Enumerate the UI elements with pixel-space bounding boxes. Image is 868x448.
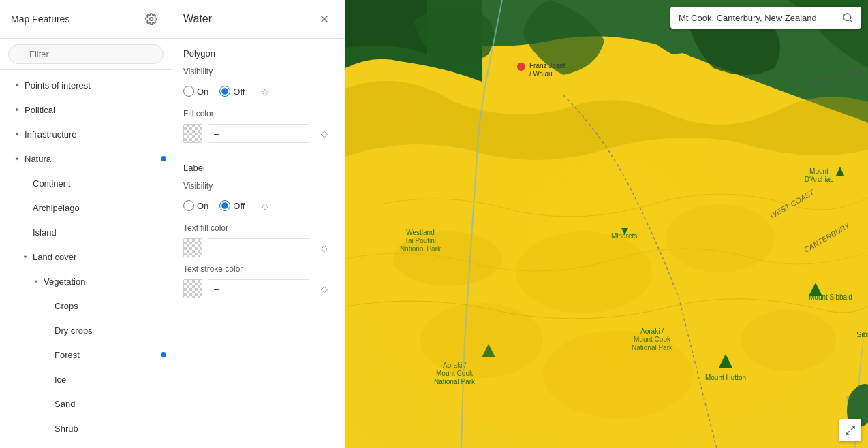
tree-item-forest[interactable]: Forest (0, 342, 172, 367)
expand-icon-points-of-interest (11, 79, 23, 91)
polygon-fill-value[interactable]: – (208, 124, 309, 143)
expand-icon-archipelago (19, 202, 31, 214)
polygon-visibility-label: Visibility (183, 67, 334, 76)
expand-icon-continent (19, 177, 31, 189)
label-visibility-group: On Off ◇ (183, 196, 334, 215)
svg-marker-8 (16, 108, 19, 112)
tree-label-continent: Continent (33, 178, 166, 189)
tree-label-land-cover: Land cover (33, 252, 166, 262)
polygon-fill-color-label: Fill color (183, 109, 334, 118)
svg-point-48 (393, 231, 502, 286)
tree-item-tundra[interactable]: Tundra (0, 441, 172, 448)
svg-point-47 (543, 330, 693, 419)
svg-point-43 (516, 231, 652, 313)
label-title: Label (183, 163, 334, 173)
polygon-vis-diamond[interactable]: ◇ (255, 82, 275, 101)
expand-icon-natural (11, 153, 23, 165)
filter-bar (0, 39, 172, 70)
expand-icon-shrub (41, 422, 53, 434)
tree-label-natural: Natural (25, 154, 158, 164)
tree-item-shrub[interactable]: Shrub (0, 416, 172, 441)
svg-text:Mount Hutton: Mount Hutton (705, 374, 746, 381)
tree-item-political[interactable]: Political (0, 97, 172, 122)
text-fill-color-label: Text fill color (183, 223, 334, 233)
map-search-bar[interactable]: Mt Cook, Canterbury, New Zealand (670, 7, 861, 29)
tree-label-points-of-interest: Points of interest (25, 80, 166, 91)
label-visibility-off[interactable]: Off (219, 200, 245, 211)
text-stroke-diamond[interactable]: ◇ (315, 279, 334, 298)
tree-item-infrastructure[interactable]: Infrastructure (0, 122, 172, 146)
text-fill-swatch[interactable] (183, 238, 202, 257)
tree-item-natural[interactable]: Natural (0, 146, 172, 171)
map-svg: WEST COAST CANTERBURY WEST COAST CANTERB… (345, 0, 868, 448)
search-icon (842, 12, 853, 23)
tree-label-forest: Forest (55, 350, 158, 360)
tree-label-island: Island (33, 227, 166, 238)
tree-item-island[interactable]: Island (0, 220, 172, 244)
label-vis-on-label: On (197, 201, 208, 211)
polygon-vis-off-radio[interactable] (219, 86, 230, 97)
text-fill-diamond[interactable]: ◇ (315, 238, 334, 257)
tree-item-sand[interactable]: Sand (0, 391, 172, 416)
expand-icon-political (11, 103, 23, 116)
dot-forest (161, 352, 166, 357)
svg-marker-7 (16, 84, 19, 87)
tree-item-land-cover[interactable]: Land cover (0, 244, 172, 269)
tree-label-vegetation: Vegetation (44, 276, 166, 287)
svg-point-49 (843, 14, 851, 21)
tree-label-archipelago: Archipelago (33, 203, 166, 213)
panel-title: Map Features (11, 14, 69, 25)
text-stroke-swatch[interactable] (183, 279, 202, 298)
polygon-visibility-group: On Off ◇ (183, 82, 334, 101)
label-vis-on-radio[interactable] (183, 200, 194, 211)
svg-point-45 (420, 303, 543, 378)
tree-list: Points of interestPoliticalInfrastructur… (0, 70, 172, 448)
map-area[interactable]: WEST COAST CANTERBURY WEST COAST CANTERB… (345, 0, 868, 448)
close-button[interactable] (315, 10, 334, 29)
tree-item-crops[interactable]: Crops (0, 293, 172, 318)
tree-item-continent[interactable]: Continent (0, 171, 172, 195)
polygon-vis-off-label: Off (233, 86, 245, 97)
svg-text:Mount: Mount (809, 167, 828, 175)
tree-item-vegetation[interactable]: Vegetation (0, 269, 172, 293)
water-panel-title: Water (183, 13, 212, 25)
polygon-fill-diamond[interactable]: ◇ (315, 124, 334, 143)
svg-text:Sibbald: Sibbald (856, 330, 868, 338)
dot-natural (161, 156, 166, 161)
svg-marker-12 (35, 281, 38, 283)
expand-icon-dry-crops (41, 324, 53, 336)
gear-button[interactable] (142, 10, 161, 29)
svg-text:National Park: National Park (434, 378, 476, 385)
svg-line-50 (850, 20, 852, 22)
label-section: Label Visibility On Off ◇ Text fill colo… (172, 153, 345, 308)
polygon-visibility-off[interactable]: Off (219, 86, 245, 97)
polygon-vis-on-radio[interactable] (183, 86, 194, 97)
tree-label-shrub: Shrub (55, 423, 166, 434)
panel-header: Map Features (0, 0, 172, 39)
tree-item-dry-crops[interactable]: Dry crops (0, 318, 172, 342)
tree-item-archipelago[interactable]: Archipelago (0, 195, 172, 220)
expand-icon-crops (41, 300, 53, 312)
expand-icon-island (19, 226, 31, 238)
tree-item-ice[interactable]: Ice (0, 367, 172, 391)
label-vis-off-radio[interactable] (219, 200, 230, 211)
filter-wrap (8, 44, 164, 64)
svg-point-0 (150, 18, 153, 21)
fullscreen-button[interactable] (839, 419, 861, 441)
middle-header: Water (172, 0, 345, 39)
polygon-visibility-on[interactable]: On (183, 86, 208, 97)
left-panel: Map Features Points of interestPolitical… (0, 0, 172, 448)
text-fill-value[interactable]: – (208, 238, 309, 257)
text-stroke-value[interactable]: – (208, 279, 309, 298)
expand-icon-ice (41, 373, 53, 385)
filter-input[interactable] (8, 44, 164, 64)
label-vis-off-label: Off (233, 201, 245, 211)
expand-icon-infrastructure (11, 128, 23, 140)
label-vis-diamond[interactable]: ◇ (255, 196, 275, 215)
text-stroke-color-row: – ◇ (183, 279, 334, 298)
svg-text:/ Waiau: / Waiau (529, 70, 553, 78)
tree-item-points-of-interest[interactable]: Points of interest (0, 73, 172, 97)
polygon-fill-swatch[interactable] (183, 124, 202, 143)
label-visibility-on[interactable]: On (183, 200, 208, 211)
svg-line-52 (846, 431, 850, 434)
